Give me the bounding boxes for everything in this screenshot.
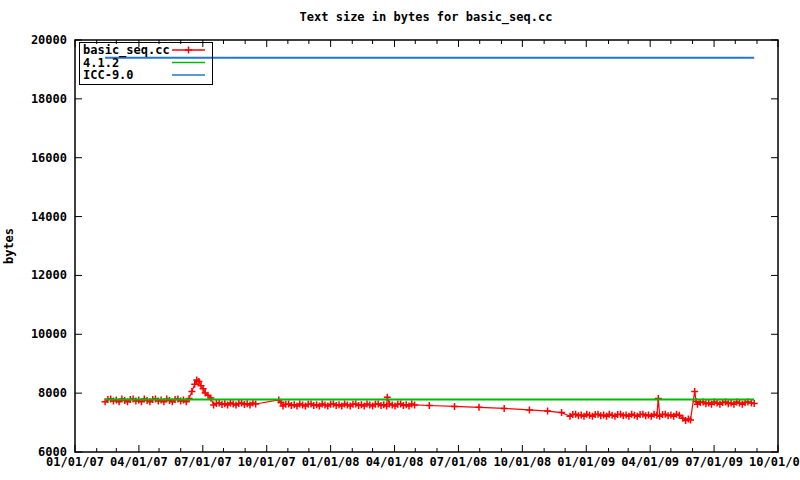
legend-entry-icc90: ICC-9.0	[83, 68, 205, 82]
x-tick-label: 07/01/07	[174, 455, 232, 469]
y-tick-label: 18000	[31, 92, 67, 106]
x-tick-label: 04/01/08	[366, 455, 424, 469]
legend-label: ICC-9.0	[83, 68, 134, 82]
y-axis-label: bytes	[2, 228, 16, 264]
plot-series	[102, 58, 758, 424]
y-tick-label: 16000	[31, 151, 67, 165]
y-tick-label: 12000	[31, 268, 67, 282]
y-tick-label: 20000	[31, 33, 67, 47]
x-tick-label: 01/01/09	[557, 455, 615, 469]
x-tick-label: 10/01/07	[238, 455, 296, 469]
x-tick-label: 04/01/07	[110, 455, 168, 469]
y-tick-label: 10000	[31, 327, 67, 341]
legend-sample-plus-marker	[185, 47, 192, 54]
x-tick-label: 07/01/09	[685, 455, 743, 469]
chart-title: Text size in bytes for basic_seq.cc	[300, 10, 553, 25]
x-tick-label: 10/01/08	[493, 455, 551, 469]
axis-ticks	[75, 40, 778, 452]
y-tick-label: 14000	[31, 210, 67, 224]
axis-tick-labels: 01/01/0704/01/0707/01/0710/01/0701/01/08…	[31, 33, 800, 469]
y-tick-label: 8000	[38, 386, 67, 400]
x-tick-label: 10/01/09	[749, 455, 800, 469]
y-tick-label: 6000	[38, 445, 67, 459]
x-tick-label: 01/01/08	[302, 455, 360, 469]
plot-frame	[75, 40, 778, 452]
x-tick-label: 04/01/09	[621, 455, 679, 469]
x-tick-label: 07/01/08	[430, 455, 488, 469]
legend: basic_seq.cc 4.1.2 ICC-9.0	[80, 43, 213, 85]
chart: Text size in bytes for basic_seq.cc byte…	[0, 0, 800, 480]
